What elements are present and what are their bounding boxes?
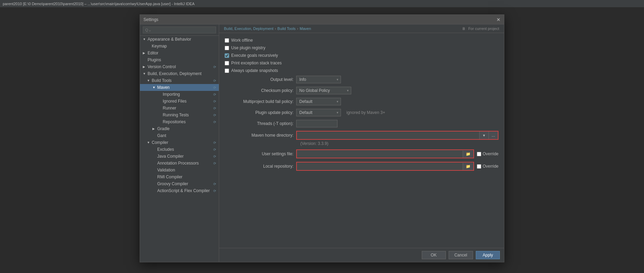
dialog-title: Settings <box>143 17 158 22</box>
close-button[interactable]: ✕ <box>496 17 501 22</box>
dialog-title-bar: Settings ✕ <box>140 15 504 23</box>
title-bar: parent2010 [E:\0 Demo\parent2010\parent2… <box>0 0 644 8</box>
window-title: parent2010 [E:\0 Demo\parent2010\parent2… <box>3 2 195 6</box>
settings-dialog: Settings ✕ ▼ Appearance & Behavior Keyma… <box>140 14 504 23</box>
modal-overlay: Settings ✕ ▼ Appearance & Behavior Keyma… <box>0 8 644 23</box>
